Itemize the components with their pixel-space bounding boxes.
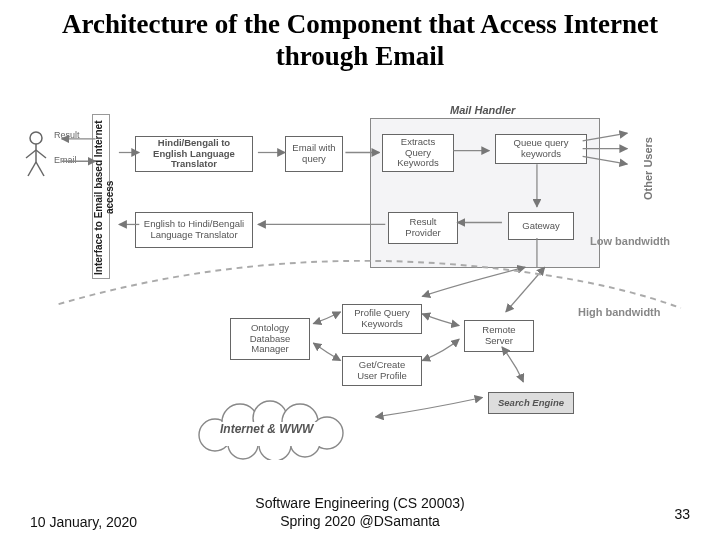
box-profile: Profile Query Keywords [342,304,422,334]
interface-label: Interface to Email based Internet access [93,120,115,275]
box-ontology: Ontology Database Manager [230,318,310,360]
actor-email-label: Email [54,155,77,165]
footer-page: 33 [674,506,690,522]
cloud-label: Internet & WWW [220,422,313,436]
box-gateway: Gateway [508,212,574,240]
svg-line-4 [28,162,36,176]
architecture-diagram: Result Email Interface to Email based In… [30,100,690,450]
box-get-profile: Get/Create User Profile [342,356,422,386]
box-extracts: Extracts Query Keywords [382,134,454,172]
box-queue: Queue query keywords [495,134,587,164]
actor-icon [22,130,50,182]
mail-handler-title: Mail Handler [450,104,515,116]
box-result-provider: Result Provider [388,212,458,244]
box-translator-in: Hindi/Bengali to English Language Transl… [135,136,253,172]
box-translator-out: English to Hindi/Bengali Language Transl… [135,212,253,248]
svg-point-0 [30,132,42,144]
svg-line-5 [36,162,44,176]
box-remote-server: Remote Server [464,320,534,352]
low-bandwidth-label: Low bandwidth [590,235,670,247]
svg-line-2 [26,150,36,158]
actor-result-label: Result [54,130,80,140]
page-title: Architecture of the Component that Acces… [0,0,720,73]
svg-line-3 [36,150,46,158]
high-bandwidth-label: High bandwidth [578,306,660,318]
box-email-query: Email with query [285,136,343,172]
footer-author: Spring 2020 @DSamanta [0,513,720,531]
box-search-engine: Search Engine [488,392,574,414]
footer-course: Software Engineering (CS 20003) [0,495,720,513]
other-users-label: Other Users [642,130,654,200]
